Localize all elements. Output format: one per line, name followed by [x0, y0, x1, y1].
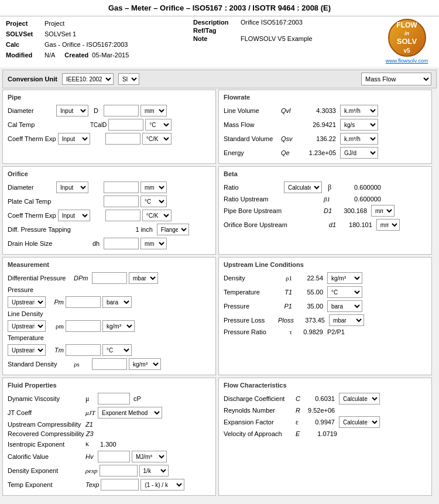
- flowchar-velocity-symbol: E: [296, 430, 306, 437]
- orifice-diameter-input[interactable]: 180.00: [104, 181, 139, 193]
- fluid-jtcoeff-symbol: μJT: [85, 409, 96, 416]
- pipe-caltemp-input[interactable]: 20.0: [108, 119, 143, 131]
- beta-pipebore-value: 300.168: [337, 207, 369, 214]
- logo-link[interactable]: www.flowsolv.com: [386, 58, 428, 64]
- project-row: Project Project: [6, 19, 193, 28]
- beta-pipebore-unit[interactable]: mm: [371, 205, 395, 217]
- stdvolume-symbol: Qsv: [281, 135, 299, 142]
- fluid-tempexp-unit[interactable]: (1 - k) / k: [140, 479, 184, 491]
- upstream-pressureloss-row: Pressure Loss Ploss 373.45 mbar: [224, 313, 427, 327]
- upstream-temperature-row: Temperature T1 55.00 °C: [224, 285, 427, 299]
- stdvolume-unit[interactable]: k.m³/h: [340, 133, 378, 145]
- beta-pipebore-label: Pipe Bore Upstream: [224, 207, 282, 214]
- beta-ratioup-label: Ratio Upstream: [224, 196, 282, 203]
- pipe-diameter-unit[interactable]: mm: [140, 105, 167, 116]
- pipe-diameter-symbol: D: [90, 107, 102, 114]
- orifice-diameter-mode[interactable]: Input: [56, 181, 88, 193]
- beta-orificebore-symbol: d1: [329, 221, 341, 228]
- logo-line4: v5: [403, 47, 410, 54]
- energy-unit[interactable]: GJ/d: [340, 147, 378, 159]
- unit2-select[interactable]: SI: [118, 73, 139, 85]
- meas-linedensity-input[interactable]: 22.54: [66, 320, 101, 332]
- meas-temperature-symbol: Tm: [47, 347, 64, 354]
- fluid-tempexp-input[interactable]: -0.23077: [101, 479, 139, 491]
- fluid-dynvisc-input[interactable]: 0.012: [98, 393, 130, 404]
- meas-diffpressure-unit[interactable]: mbar: [129, 272, 158, 284]
- beta-pipebore-row: Pipe Bore Upstream D1 300.168 mm: [224, 204, 427, 218]
- orifice-coeff-mode[interactable]: Input: [58, 210, 90, 221]
- upstream-density-unit[interactable]: kg/m³: [327, 272, 362, 284]
- orifice-drain-unit[interactable]: mm: [140, 238, 167, 249]
- fluid-calval-label: Calorific Value: [8, 453, 84, 460]
- logo-area: FLOW in SOLV v5 www.flowsolv.com: [380, 19, 433, 64]
- upstream-pressureloss-unit[interactable]: mbar: [329, 314, 364, 326]
- upstream-temperature-unit[interactable]: °C: [327, 286, 362, 298]
- fluid-densexp-symbol: ρexp: [85, 467, 98, 474]
- unit1-select[interactable]: IEEE10: 2002: [62, 73, 114, 85]
- meta-left: Project Project SOLVSet SOLVSet 1 Calc G…: [6, 19, 193, 64]
- meas-temperature-mode[interactable]: Upstream: [8, 344, 46, 356]
- conversion-label: Conversion Unit: [8, 76, 57, 83]
- fluid-calval-row: Calorific Value Hv 37.50 MJ/m³: [8, 450, 211, 464]
- meas-stddensity-unit[interactable]: kg/m³: [129, 358, 161, 370]
- upstream-pressure-unit[interactable]: bara: [327, 300, 362, 312]
- fluid-jtcoeff-mode[interactable]: Exponent Method: [98, 407, 162, 419]
- meas-pressure-unit[interactable]: bara: [102, 296, 132, 308]
- orifice-platecaltemp-unit[interactable]: °C: [140, 196, 167, 207]
- upstream-density-row: Density ρ1 22.54 kg/m³: [224, 271, 427, 285]
- solvset-value: SOLVSet 1: [44, 30, 76, 37]
- stdvolume-label: Standard Volume: [224, 135, 279, 142]
- pipe-coeff-mode[interactable]: Input: [58, 133, 90, 145]
- modified-value: N/A: [44, 52, 55, 59]
- fluid-densexp-input[interactable]: 0.76923: [100, 465, 138, 476]
- orifice-drain-input[interactable]: 0.00: [104, 238, 139, 249]
- massflow-select[interactable]: Mass Flow: [361, 73, 431, 85]
- beta-ratio-mode[interactable]: Calculate: [284, 181, 322, 193]
- orifice-platecaltemp-input[interactable]: 20.0: [104, 196, 139, 207]
- fluid-dynvisc-label: Dynamic Viscosity: [8, 395, 84, 402]
- beta-panel: Beta Ratio Calculate β 0.600000 Ratio Up…: [218, 166, 432, 255]
- meas-linedensity-unit[interactable]: kg/m³: [102, 320, 135, 332]
- main-content: Pipe Diameter Input D 300.00 mm Cal Temp…: [0, 90, 439, 498]
- orifice-diameter-unit[interactable]: mm: [140, 181, 167, 193]
- beta-orificebore-label: Orifice Bore Upstream: [224, 221, 287, 228]
- pipe-coeff-input[interactable]: 1.60e-05: [105, 133, 140, 145]
- flowchar-expfactor-mode[interactable]: Calculate: [339, 416, 380, 428]
- meas-linedensity-mode[interactable]: Upstream: [8, 320, 46, 332]
- meas-stddensity-label: Standard Density: [8, 361, 72, 368]
- flowchar-velocity-label: Velocity of Approach: [224, 430, 294, 437]
- reftag-row: Ref/Tag: [193, 27, 380, 34]
- linevolume-unit[interactable]: k.m³/h: [340, 105, 378, 116]
- calc-row: Calc Gas - Orifice - ISO5167:2003: [6, 40, 193, 49]
- meas-temperature-input[interactable]: 55.00: [66, 344, 101, 356]
- pipe-diameter-input[interactable]: 300.00: [104, 105, 139, 116]
- pipe-diameter-mode[interactable]: Input: [56, 105, 88, 116]
- meas-diffpressure-input[interactable]: 600.00: [92, 272, 127, 284]
- energy-symbol: Qe: [281, 149, 299, 156]
- orifice-coeff-input[interactable]: 1.60e-05: [105, 210, 140, 221]
- orifice-diff-row: Diff. Pressure Tapping 1 inch Flange: [8, 222, 211, 236]
- orifice-coeff-unit[interactable]: °C/K: [142, 210, 172, 221]
- upstream-panel: Upstream Line Conditions Density ρ1 22.5…: [218, 257, 432, 375]
- beta-ratioupstream-row: Ratio Upstream β1 0.600000: [224, 194, 427, 204]
- fluid-calval-input[interactable]: 37.50: [98, 451, 130, 462]
- flowrate-massflow-row: Mass Flow 26.9421 kg/s: [224, 118, 427, 132]
- meas-pressure-input[interactable]: 35.00: [66, 296, 101, 308]
- pipe-title: Pipe: [8, 94, 211, 101]
- meas-stddensity-input[interactable]: 0.712: [92, 358, 127, 370]
- fluid-densexp-unit[interactable]: 1/k: [139, 465, 169, 476]
- orifice-diff-unit[interactable]: Flange: [157, 224, 189, 235]
- flowchar-expfactor-row: Expansion Factor ε 0.9947 Calculate: [224, 415, 427, 429]
- fluid-calval-unit[interactable]: MJ/m³: [132, 451, 167, 462]
- meas-temperature-unit[interactable]: °C: [102, 344, 132, 356]
- solvset-row: SOLVSet SOLVSet 1: [6, 29, 193, 39]
- massflow-unit[interactable]: kg/s: [340, 119, 378, 131]
- pipe-caltemp-unit[interactable]: °C: [145, 119, 172, 131]
- flowchar-dischcoeff-mode[interactable]: Calculate: [339, 393, 380, 404]
- measurement-title: Measurement: [8, 261, 211, 268]
- pipe-coeff-unit[interactable]: °C/K: [142, 133, 172, 145]
- beta-orificebore-unit[interactable]: mm: [376, 219, 400, 231]
- upstream-density-value: 22.54: [296, 275, 325, 282]
- meas-pressure-mode[interactable]: Upstream: [8, 296, 46, 308]
- flowchar-reynolds-label: Reynolds Number: [224, 407, 294, 414]
